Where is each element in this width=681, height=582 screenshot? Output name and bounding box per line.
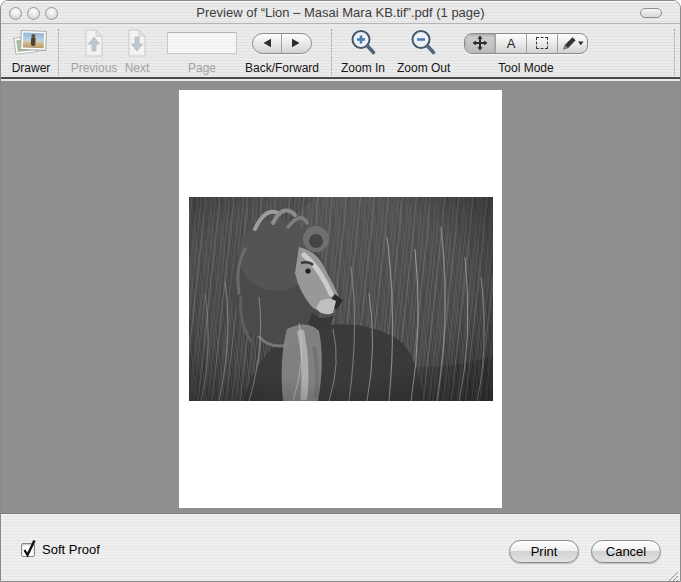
toolbar: Drawer Previous Next [1,25,680,79]
move-tool-button[interactable] [465,34,496,53]
previous-label: Previous [70,61,118,75]
soft-proof-checkmark [22,538,38,558]
drawer-icon [7,27,55,59]
annotate-tool-icon [562,36,584,51]
text-tool-button[interactable]: A [496,34,527,53]
annotate-tool-button[interactable] [558,34,587,53]
pdf-page[interactable] [179,90,502,508]
print-button[interactable]: Print [509,540,579,563]
zoom-in-label: Zoom In [340,61,386,75]
document-view[interactable] [1,81,680,513]
cancel-button[interactable]: Cancel [591,540,661,563]
previous-page-icon [70,27,118,59]
page-field-group: Page [167,27,237,75]
lion-photo [189,197,493,401]
zoom-in-button[interactable]: Zoom In [340,27,386,75]
select-tool-icon [536,37,548,49]
soft-proof-checkbox[interactable] [21,543,35,557]
title-bar[interactable]: Preview of “Lion – Masai Mara KB.tif”.pd… [1,1,680,24]
window-title: Preview of “Lion – Masai Mara KB.tif”.pd… [1,5,680,20]
select-tool-button[interactable] [527,34,558,53]
back-forward-control: Back/Forward [245,27,318,75]
previous-button[interactable]: Previous [70,27,118,75]
zoom-out-label: Zoom Out [397,61,449,75]
zoom-out-icon [397,27,449,59]
back-forward-label: Back/Forward [245,61,318,75]
toolbar-separator [58,29,59,75]
tool-mode-label: Tool Mode [464,61,588,75]
soft-proof-label: Soft Proof [42,542,100,557]
tool-mode-control: A Tool Mode [464,27,588,75]
drawer-label: Drawer [7,61,55,75]
toolbar-separator [331,29,332,75]
forward-button[interactable] [282,34,311,53]
preview-window: Preview of “Lion – Masai Mara KB.tif”.pd… [0,0,681,582]
page-label: Page [167,61,237,75]
soft-proof-control[interactable]: Soft Proof [21,542,100,557]
footer-bar: Soft Proof Print Cancel [1,513,680,582]
page-input[interactable] [167,32,237,54]
next-page-icon [115,27,159,59]
move-tool-icon [472,35,488,51]
resize-grip[interactable] [665,568,679,582]
next-label: Next [115,61,159,75]
drawer-button[interactable]: Drawer [7,27,55,75]
toolbar-separator [674,29,675,75]
forward-arrow-icon [291,38,301,48]
next-button[interactable]: Next [115,27,159,75]
toolbar-toggle-pill[interactable] [640,8,662,18]
back-arrow-icon [262,38,272,48]
back-button[interactable] [253,34,283,53]
text-tool-icon: A [507,36,516,51]
zoom-in-icon [340,27,386,59]
zoom-out-button[interactable]: Zoom Out [397,27,449,75]
